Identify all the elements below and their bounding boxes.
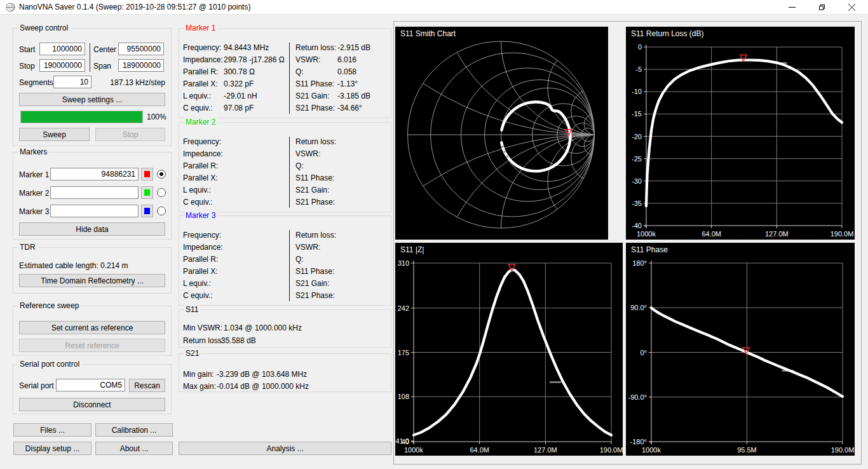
column-divider [289, 43, 290, 114]
serial-port-input[interactable] [56, 379, 125, 391]
marker-field-label: Frequency: [183, 137, 221, 146]
svg-text:-15: -15 [632, 110, 642, 118]
svg-text:190.0M: 190.0M [831, 230, 854, 238]
marker3-info-title: Marker 3 [184, 211, 217, 221]
marker2-input[interactable] [50, 186, 139, 199]
sweep-settings-button[interactable]: Sweep settings ... [19, 93, 165, 106]
start-input[interactable] [39, 43, 85, 55]
marker-field-label: S11 Phase: [295, 173, 334, 182]
phase-chart[interactable]: S11 Phase 180°90.0°0°-90.0°-180°1000k95.… [626, 243, 855, 456]
svg-text:108: 108 [398, 393, 409, 400]
data-trace [646, 60, 842, 207]
smith-chart[interactable]: S11 Smith Chart [395, 27, 608, 240]
svg-text:1000k: 1000k [642, 446, 661, 454]
svg-text:95.5M: 95.5M [737, 446, 757, 454]
marker1-input[interactable] [50, 168, 139, 180]
markers-title: Markers [18, 147, 49, 157]
impedance-magnitude-chart[interactable]: S11 |Z| 31024217510841.0401000k64.0M127.… [395, 243, 623, 456]
marker1-radio[interactable] [157, 170, 166, 179]
svg-text:1000k: 1000k [637, 230, 656, 238]
marker2-label: Marker 2 [19, 189, 49, 198]
marker-field-label: L equiv.: [183, 92, 211, 100]
marker3-input[interactable] [50, 205, 139, 217]
svg-text:90.0°: 90.0° [630, 304, 647, 311]
column-divider [289, 230, 290, 301]
s11-summary-box: S11 Min VSWR: 1.034 @ 1000.000 kHz Retur… [179, 309, 391, 348]
marker2-info-title: Marker 2 [184, 118, 217, 127]
svg-text:1000k: 1000k [404, 446, 423, 454]
app-window: NanoVNA Saver 0.1.4 (Sweep: 2019-10-28 0… [0, 0, 868, 469]
s11-return-loss-label: Return loss: [183, 336, 224, 345]
s21-summary-box: S21 Min gain: -3.239 dB @ 103.648 MHz Ma… [179, 353, 391, 392]
marker2-radio[interactable] [157, 188, 166, 197]
marker-field-label: S21 Phase: [295, 291, 335, 300]
sweep-divider [90, 43, 90, 72]
marker2-color-swatch [144, 189, 150, 196]
marker-field-value: 0.322 pF [224, 79, 254, 88]
span-label: Span [93, 62, 111, 71]
segments-input[interactable] [53, 76, 92, 88]
rescan-button[interactable]: Rescan [129, 379, 165, 392]
marker-field-label: Return loss: [295, 43, 336, 52]
marker-field-label: S21 Phase: [295, 198, 335, 207]
svg-text:64.0M: 64.0M [702, 230, 721, 238]
marker-field-value: 300.78 Ω [224, 67, 255, 76]
hide-data-button[interactable]: Hide data [19, 222, 165, 236]
files-button[interactable]: Files ... [13, 423, 92, 437]
svg-text:242: 242 [398, 304, 409, 312]
center-input[interactable] [118, 43, 164, 55]
marker1-info-box: Marker 1 Frequency:94.8443 MHzReturn los… [179, 28, 391, 118]
svg-text:0°: 0° [640, 349, 647, 357]
s21-summary-title: S21 [184, 349, 201, 358]
marker-field-value: 6.016 [337, 55, 356, 64]
restore-button[interactable] [807, 0, 837, 14]
marker-field-label: C equiv.: [183, 198, 212, 207]
disconnect-button[interactable]: Disconnect [19, 398, 165, 411]
marker-field-value: -34.66° [337, 104, 362, 112]
display-setup-button[interactable]: Display setup ... [13, 442, 92, 455]
set-reference-button[interactable]: Set current as reference [19, 321, 165, 334]
marker-field-label: VSWR: [295, 149, 320, 158]
reset-reference-button[interactable]: Reset reference [19, 339, 165, 352]
marker-field-label: S21 Gain: [295, 279, 329, 288]
marker-field-label: Impedance: [183, 243, 223, 252]
marker3-radio[interactable] [157, 207, 166, 215]
marker-field-label: Parallel R: [183, 161, 218, 170]
close-button[interactable] [837, 0, 867, 14]
about-button[interactable]: About ... [95, 442, 173, 455]
min-gain-label: Min gain: [183, 370, 214, 379]
tdr-title: TDR [18, 243, 37, 252]
span-input[interactable] [118, 59, 164, 72]
marker-field-label: VSWR: [295, 243, 320, 252]
svg-text:-20: -20 [632, 133, 642, 140]
sweep-button[interactable]: Sweep [19, 128, 90, 141]
svg-text:127.0M: 127.0M [534, 446, 557, 454]
marker3-info-box: Marker 3 Frequency:Return loss:Impedance… [179, 215, 391, 306]
marker-field-value: -1.13° [337, 79, 358, 88]
marker-field-label: S11 Phase: [295, 267, 334, 276]
stop-button[interactable]: Stop [95, 128, 165, 141]
calibration-button[interactable]: Calibration ... [95, 423, 173, 437]
svg-text:-90.0°: -90.0° [628, 393, 647, 401]
marker-field-label: Q: [295, 67, 304, 76]
segments-label: Segments [19, 78, 53, 87]
minimize-button[interactable] [777, 0, 807, 14]
min-vswr-label: Min VSWR: [183, 323, 222, 332]
analysis-button[interactable]: Analysis ... [179, 442, 391, 455]
start-label: Start [19, 45, 35, 54]
marker2-color-button[interactable] [141, 186, 153, 199]
marker3-color-button[interactable] [141, 205, 153, 217]
marker-field-label: C equiv.: [183, 291, 212, 300]
return-loss-chart[interactable]: S11 Return Loss (dB) 0-5-10-15-20-25-30-… [626, 27, 855, 240]
marker-field-label: Parallel X: [183, 79, 218, 88]
marker-field-value: -29.01 nH [224, 92, 257, 100]
tdr-button[interactable]: Time Domain Reflectometry ... [19, 274, 165, 287]
min-gain-value: -3.239 dB @ 103.648 MHz [217, 370, 307, 379]
stop-input[interactable] [39, 59, 85, 72]
svg-text:190.0M: 190.0M [831, 446, 855, 454]
center-label: Center [93, 45, 116, 54]
marker1-color-button[interactable] [141, 168, 153, 180]
marker3-label: Marker 3 [19, 207, 49, 216]
progress-fill [21, 111, 142, 123]
marker1-info-title: Marker 1 [184, 24, 217, 33]
